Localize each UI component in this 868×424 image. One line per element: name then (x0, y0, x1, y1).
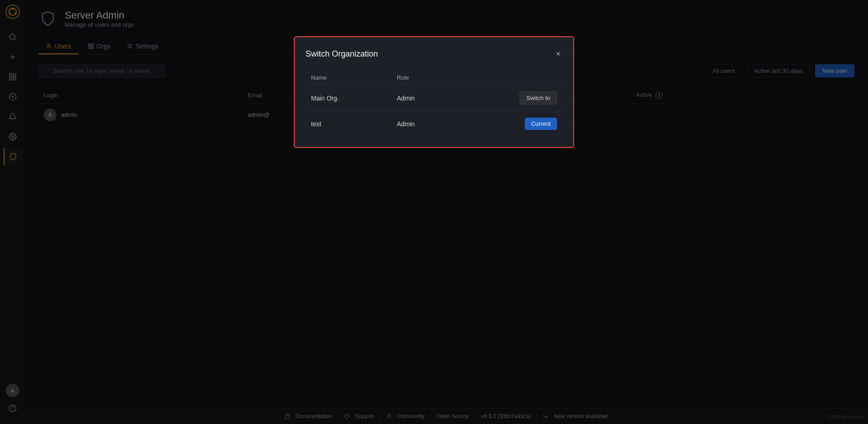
current-button[interactable]: Current (525, 118, 557, 130)
modal-title: Switch Organization (306, 49, 378, 59)
org-action-main: Switch to (455, 85, 562, 111)
modal-col-action (455, 71, 562, 85)
modal-header: Switch Organization × (306, 48, 562, 60)
modal-col-name: Name (306, 71, 392, 85)
switch-org-modal: Switch Organization × Name Role Main Org… (294, 36, 574, 148)
org-role-main: Admin (392, 85, 455, 111)
org-name-test: test (306, 111, 392, 137)
modal-org-row-test: test Admin Current (306, 111, 562, 137)
modal-org-row-main: Main Org. Admin Switch to (306, 85, 562, 111)
org-role-test: Admin (392, 111, 455, 137)
modal-orgs-table: Name Role Main Org. Admin Switch to test… (306, 71, 562, 136)
org-name-main: Main Org. (306, 85, 392, 111)
switch-to-button[interactable]: Switch to (519, 91, 557, 105)
org-action-test: Current (455, 111, 562, 137)
modal-col-role: Role (392, 71, 455, 85)
modal-close-button[interactable]: × (554, 48, 562, 60)
modal-overlay[interactable]: Switch Organization × Name Role Main Org… (0, 0, 868, 424)
